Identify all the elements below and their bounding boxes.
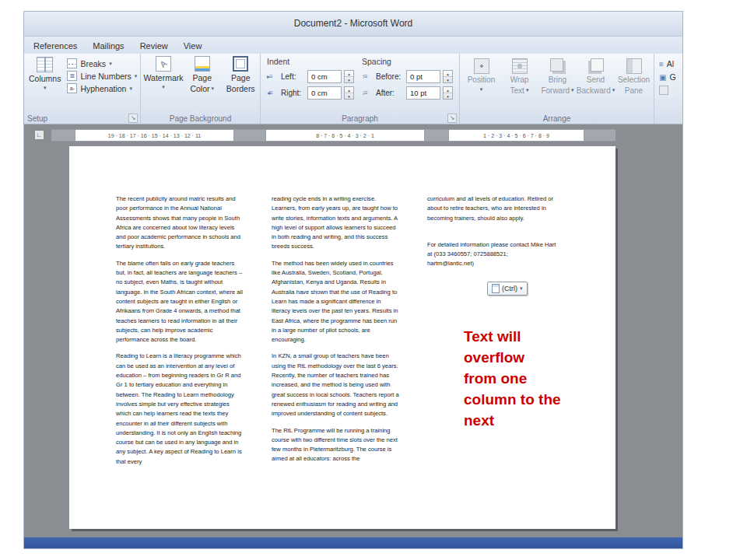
chevron-down-icon: ▾	[526, 87, 529, 93]
ruler-column-2: 8 · 7 · 6 · 5 · 4 · 3 · 2 · 1	[265, 129, 425, 142]
paste-options-button[interactable]: (Ctrl) ▾	[487, 282, 528, 296]
watermark-button[interactable]: A Watermark ▾	[146, 56, 181, 124]
chevron-down-icon: ▾	[480, 86, 483, 93]
paragraph: curriculum and all levels of education. …	[427, 194, 556, 223]
spacing-before-icon: ↑≡	[362, 73, 374, 80]
arrange-group-label: Arrange	[460, 114, 654, 123]
stepper-up-icon[interactable]: ▴	[345, 87, 353, 93]
indent-left-field[interactable]: 0 cm	[307, 70, 342, 83]
hyphenation-icon: a-	[67, 83, 77, 93]
spacing-after-label: After:	[376, 89, 404, 97]
stepper-up-icon[interactable]: ▴	[444, 71, 452, 77]
spacing-header: Spacing	[362, 57, 453, 66]
page-setup-dialog-launcher[interactable]: ↘	[128, 114, 138, 123]
spacing-after-stepper[interactable]: ▴ ▾	[443, 86, 453, 100]
horizontal-ruler[interactable]: ∟ 19 · 18 · 17 · 16 · 15 · 14 · 13 · 12 …	[51, 129, 615, 142]
indent-left-stepper[interactable]: ▴ ▾	[344, 70, 354, 83]
text-column-2: reading cycle ends in a writing exercise…	[272, 194, 401, 471]
columns-button-label: Columns	[29, 74, 61, 83]
ruler-gutter-1	[234, 129, 265, 142]
send-backward-button[interactable]: Send Backward ▾	[577, 57, 614, 95]
wrap-text-label-2: Text	[510, 86, 524, 96]
setup-small-buttons: Breaks ▾ ≣ Line Numbers ▾ a- Hyphenation…	[64, 54, 137, 112]
columns-button[interactable]: Columns ▾	[24, 54, 64, 112]
selection-pane-label-1: Selection	[618, 75, 650, 85]
page-setup-group-label: Setup	[24, 114, 140, 123]
indent-right-field[interactable]: 0 cm	[307, 86, 342, 100]
spacing-after-field[interactable]: 10 pt	[406, 86, 440, 100]
position-button[interactable]: Position ▾	[463, 57, 500, 95]
chevron-down-icon: ▾	[612, 87, 615, 93]
spacing-before-stepper[interactable]: ▴ ▾	[443, 70, 453, 83]
ribbon-group-arrange: Position ▾ Wrap Text ▾ Bring	[460, 54, 654, 124]
paragraph: The recent publicity around matric resul…	[116, 194, 245, 252]
columns-icon	[37, 57, 53, 72]
wrap-text-button[interactable]: Wrap Text ▾	[501, 57, 538, 95]
spacing-after-row: ↓≡ After: 10 pt ▴ ▾	[362, 86, 453, 100]
chevron-down-icon: ▾	[212, 86, 215, 92]
ribbon-group-paragraph: Indent ▸≡ Left: 0 cm ▴ ▾ ◂≡ R	[261, 54, 460, 124]
document-workspace: ∟ 19 · 18 · 17 · 16 · 15 · 14 · 13 · 12 …	[24, 124, 682, 538]
tab-mailings[interactable]: Mailings	[85, 39, 132, 54]
tab-view[interactable]: View	[176, 39, 210, 54]
selection-pane-button[interactable]: Selection Pane	[615, 57, 652, 95]
tab-review[interactable]: Review	[132, 39, 176, 54]
chevron-down-icon: ▾	[129, 86, 132, 92]
selection-pane-label-2: Pane	[625, 86, 643, 96]
watermark-icon: A	[156, 56, 171, 72]
tab-selector-icon[interactable]: ∟	[34, 130, 44, 140]
paragraph: In KZN, a small group of teachers have b…	[272, 352, 401, 418]
status-bar	[24, 537, 682, 548]
stepper-up-icon[interactable]: ▴	[444, 87, 452, 93]
tab-references[interactable]: References	[26, 39, 85, 54]
ruler-column-3: 1 · 2 · 3 · 4 · 5 · 6 · 7 · 8 · 9	[448, 129, 584, 142]
chevron-down-icon: ▾	[571, 87, 574, 93]
page-color-button[interactable]: Page Color ▾	[184, 56, 220, 124]
indent-right-stepper[interactable]: ▴ ▾	[344, 86, 354, 100]
hyphenation-label: Hyphenation	[80, 84, 126, 93]
rotate-icon	[659, 86, 668, 95]
wrap-text-icon	[512, 58, 528, 74]
stepper-down-icon[interactable]: ▾	[444, 93, 452, 99]
spacing-before-field[interactable]: 0 pt	[406, 70, 440, 83]
paragraph: The method has been widely used in count…	[272, 259, 401, 345]
ribbon-group-page-background: A Watermark ▾ Page Color ▾ Page Borders	[141, 54, 261, 124]
bring-forward-label-1: Bring	[549, 75, 566, 85]
page-background-group-label: Page Background	[141, 114, 260, 123]
group-icon: ▣	[659, 73, 666, 82]
page-color-label-1: Page	[192, 73, 212, 82]
position-label: Position	[468, 75, 496, 85]
page-borders-icon	[233, 56, 248, 72]
paragraph-dialog-launcher[interactable]: ↘	[447, 114, 457, 123]
page-borders-label-1: Page	[231, 73, 251, 82]
stepper-down-icon[interactable]: ▾	[345, 93, 353, 99]
rotate-button[interactable]	[659, 86, 682, 95]
chevron-down-icon: ▾	[109, 61, 112, 67]
line-numbers-label: Line Numbers	[80, 72, 131, 81]
bring-forward-label-2: Forward	[541, 86, 570, 96]
align-label: Al	[667, 59, 674, 68]
stepper-up-icon[interactable]: ▴	[345, 71, 353, 77]
wrap-text-label-1: Wrap	[510, 75, 529, 85]
position-icon	[474, 58, 489, 74]
hyphenation-button[interactable]: a- Hyphenation ▾	[67, 83, 137, 93]
chevron-down-icon: ▾	[520, 285, 523, 292]
stepper-down-icon[interactable]: ▾	[345, 77, 353, 82]
ribbon-group-page-setup: Columns ▾ Breaks ▾ ≣ Line Numbers ▾	[24, 54, 141, 124]
stepper-down-icon[interactable]: ▾	[444, 77, 452, 82]
align-button[interactable]: ≡ Al	[659, 59, 682, 68]
chevron-down-icon: ▾	[135, 73, 138, 79]
paste-options-label: (Ctrl)	[502, 285, 517, 292]
bring-forward-button[interactable]: Bring Forward ▾	[539, 57, 576, 95]
group-button[interactable]: ▣ G	[659, 72, 682, 82]
line-numbers-button[interactable]: ≣ Line Numbers ▾	[67, 71, 137, 81]
ribbon-tab-row: References Mailings Review View	[24, 37, 682, 54]
paragraph: The RtL Programme will be running a trai…	[272, 426, 401, 464]
ruler-gutter-2	[425, 129, 448, 142]
text-column-1: The recent publicity around matric resul…	[116, 194, 245, 474]
indent-right-label: Right:	[281, 89, 305, 97]
page-borders-button[interactable]: Page Borders	[223, 56, 259, 124]
watermark-label: Watermark	[144, 73, 184, 82]
breaks-button[interactable]: Breaks ▾	[67, 58, 137, 68]
indent-left-icon: ▸≡	[267, 73, 279, 80]
